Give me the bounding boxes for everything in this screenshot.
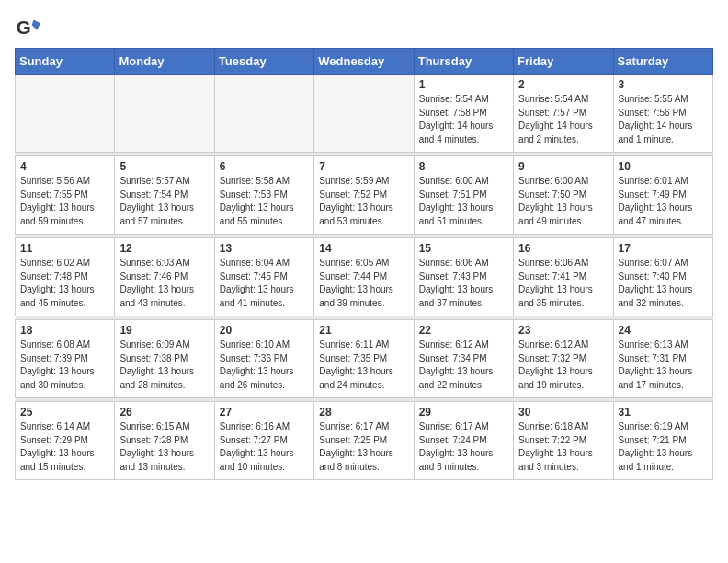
day-number: 14	[319, 242, 408, 255]
day-number: 17	[619, 242, 708, 255]
day-info: Sunrise: 6:08 AM Sunset: 7:39 PM Dayligh…	[20, 339, 109, 392]
calendar-cell: 30Sunrise: 6:18 AM Sunset: 7:22 PM Dayli…	[514, 402, 613, 480]
calendar-cell	[214, 75, 313, 153]
day-number: 4	[20, 160, 109, 173]
day-info: Sunrise: 6:10 AM Sunset: 7:36 PM Dayligh…	[220, 339, 309, 392]
day-number: 23	[518, 324, 608, 337]
calendar-cell: 1Sunrise: 5:54 AM Sunset: 7:58 PM Daylig…	[414, 75, 513, 153]
calendar-week-4: 18Sunrise: 6:08 AM Sunset: 7:39 PM Dayli…	[16, 320, 713, 398]
calendar-cell	[314, 75, 414, 153]
day-info: Sunrise: 5:58 AM Sunset: 7:53 PM Dayligh…	[220, 175, 309, 228]
day-info: Sunrise: 6:02 AM Sunset: 7:48 PM Dayligh…	[20, 257, 109, 310]
header: G	[15, 15, 713, 40]
day-info: Sunrise: 5:54 AM Sunset: 7:57 PM Dayligh…	[518, 93, 608, 146]
calendar-cell: 22Sunrise: 6:12 AM Sunset: 7:34 PM Dayli…	[414, 320, 513, 398]
calendar-cell: 16Sunrise: 6:06 AM Sunset: 7:41 PM Dayli…	[514, 238, 613, 316]
calendar-cell: 23Sunrise: 6:12 AM Sunset: 7:32 PM Dayli…	[514, 320, 613, 398]
calendar-week-2: 4Sunrise: 5:56 AM Sunset: 7:55 PM Daylig…	[16, 156, 713, 235]
calendar-cell: 14Sunrise: 6:05 AM Sunset: 7:44 PM Dayli…	[314, 238, 414, 316]
calendar-header-thursday: Thursday	[414, 49, 513, 75]
calendar-cell: 11Sunrise: 6:02 AM Sunset: 7:48 PM Dayli…	[16, 238, 115, 316]
calendar-header-friday: Friday	[514, 49, 613, 75]
day-number: 8	[419, 160, 508, 173]
calendar-cell: 29Sunrise: 6:17 AM Sunset: 7:24 PM Dayli…	[414, 402, 513, 480]
day-number: 13	[220, 242, 309, 255]
calendar-week-5: 25Sunrise: 6:14 AM Sunset: 7:29 PM Dayli…	[16, 402, 713, 480]
day-info: Sunrise: 6:11 AM Sunset: 7:35 PM Dayligh…	[319, 339, 408, 392]
day-number: 1	[419, 78, 508, 91]
calendar-cell: 13Sunrise: 6:04 AM Sunset: 7:45 PM Dayli…	[214, 238, 313, 316]
day-number: 21	[319, 324, 408, 337]
day-info: Sunrise: 6:03 AM Sunset: 7:46 PM Dayligh…	[119, 257, 209, 310]
calendar-cell: 21Sunrise: 6:11 AM Sunset: 7:35 PM Dayli…	[314, 320, 414, 398]
day-info: Sunrise: 6:13 AM Sunset: 7:31 PM Dayligh…	[619, 339, 708, 392]
calendar-header-tuesday: Tuesday	[214, 49, 313, 75]
svg-marker-1	[32, 20, 40, 30]
calendar-cell: 24Sunrise: 6:13 AM Sunset: 7:31 PM Dayli…	[613, 320, 712, 398]
day-number: 27	[220, 406, 309, 419]
day-number: 3	[619, 78, 708, 91]
day-info: Sunrise: 5:57 AM Sunset: 7:54 PM Dayligh…	[119, 175, 209, 228]
calendar: SundayMondayTuesdayWednesdayThursdayFrid…	[15, 48, 713, 480]
day-info: Sunrise: 6:05 AM Sunset: 7:44 PM Dayligh…	[319, 257, 408, 310]
day-number: 5	[119, 160, 209, 173]
day-number: 7	[319, 160, 408, 173]
calendar-cell: 27Sunrise: 6:16 AM Sunset: 7:27 PM Dayli…	[214, 402, 313, 480]
day-info: Sunrise: 6:07 AM Sunset: 7:40 PM Dayligh…	[619, 257, 708, 310]
day-number: 20	[220, 324, 309, 337]
day-number: 24	[619, 324, 708, 337]
calendar-cell: 6Sunrise: 5:58 AM Sunset: 7:53 PM Daylig…	[214, 156, 313, 235]
calendar-cell: 31Sunrise: 6:19 AM Sunset: 7:21 PM Dayli…	[613, 402, 712, 480]
calendar-week-1: 1Sunrise: 5:54 AM Sunset: 7:58 PM Daylig…	[16, 75, 713, 153]
calendar-cell: 8Sunrise: 6:00 AM Sunset: 7:51 PM Daylig…	[414, 156, 513, 235]
day-number: 2	[518, 78, 608, 91]
day-number: 25	[20, 406, 109, 419]
day-info: Sunrise: 6:16 AM Sunset: 7:27 PM Dayligh…	[220, 420, 309, 474]
day-info: Sunrise: 5:56 AM Sunset: 7:55 PM Dayligh…	[20, 175, 109, 228]
logo-icon: G	[15, 15, 40, 40]
day-number: 9	[518, 160, 608, 173]
day-info: Sunrise: 6:12 AM Sunset: 7:32 PM Dayligh…	[518, 339, 608, 392]
day-number: 26	[119, 406, 209, 419]
day-info: Sunrise: 6:04 AM Sunset: 7:45 PM Dayligh…	[220, 257, 309, 310]
day-info: Sunrise: 6:17 AM Sunset: 7:25 PM Dayligh…	[319, 420, 408, 474]
calendar-cell: 3Sunrise: 5:55 AM Sunset: 7:56 PM Daylig…	[613, 75, 712, 153]
day-number: 18	[20, 324, 109, 337]
day-info: Sunrise: 5:54 AM Sunset: 7:58 PM Dayligh…	[419, 93, 508, 146]
calendar-cell: 26Sunrise: 6:15 AM Sunset: 7:28 PM Dayli…	[115, 402, 214, 480]
day-info: Sunrise: 6:09 AM Sunset: 7:38 PM Dayligh…	[119, 339, 209, 392]
day-info: Sunrise: 6:14 AM Sunset: 7:29 PM Dayligh…	[20, 420, 109, 474]
day-number: 15	[419, 242, 508, 255]
day-info: Sunrise: 6:15 AM Sunset: 7:28 PM Dayligh…	[119, 420, 209, 474]
calendar-cell: 17Sunrise: 6:07 AM Sunset: 7:40 PM Dayli…	[613, 238, 712, 316]
day-number: 11	[20, 242, 109, 255]
calendar-cell	[115, 75, 214, 153]
calendar-cell: 28Sunrise: 6:17 AM Sunset: 7:25 PM Dayli…	[314, 402, 414, 480]
day-number: 28	[319, 406, 408, 419]
calendar-cell: 7Sunrise: 5:59 AM Sunset: 7:52 PM Daylig…	[314, 156, 414, 235]
day-info: Sunrise: 5:59 AM Sunset: 7:52 PM Dayligh…	[319, 175, 408, 228]
calendar-header-row: SundayMondayTuesdayWednesdayThursdayFrid…	[16, 49, 713, 75]
day-number: 12	[119, 242, 209, 255]
day-info: Sunrise: 6:12 AM Sunset: 7:34 PM Dayligh…	[419, 339, 508, 392]
day-number: 22	[419, 324, 508, 337]
day-number: 30	[518, 406, 608, 419]
calendar-cell: 15Sunrise: 6:06 AM Sunset: 7:43 PM Dayli…	[414, 238, 513, 316]
day-number: 16	[518, 242, 608, 255]
day-info: Sunrise: 6:18 AM Sunset: 7:22 PM Dayligh…	[518, 420, 608, 474]
calendar-cell: 2Sunrise: 5:54 AM Sunset: 7:57 PM Daylig…	[514, 75, 613, 153]
day-info: Sunrise: 6:01 AM Sunset: 7:49 PM Dayligh…	[619, 175, 708, 228]
logo: G	[15, 15, 44, 40]
calendar-cell: 9Sunrise: 6:00 AM Sunset: 7:50 PM Daylig…	[514, 156, 613, 235]
calendar-cell: 10Sunrise: 6:01 AM Sunset: 7:49 PM Dayli…	[613, 156, 712, 235]
day-info: Sunrise: 5:55 AM Sunset: 7:56 PM Dayligh…	[619, 93, 708, 146]
day-number: 31	[619, 406, 708, 419]
day-number: 10	[619, 160, 708, 173]
calendar-header-wednesday: Wednesday	[314, 49, 414, 75]
svg-text:G: G	[17, 17, 31, 38]
calendar-cell	[16, 75, 115, 153]
calendar-cell: 5Sunrise: 5:57 AM Sunset: 7:54 PM Daylig…	[115, 156, 214, 235]
day-number: 19	[119, 324, 209, 337]
day-number: 6	[220, 160, 309, 173]
day-info: Sunrise: 6:06 AM Sunset: 7:43 PM Dayligh…	[419, 257, 508, 310]
